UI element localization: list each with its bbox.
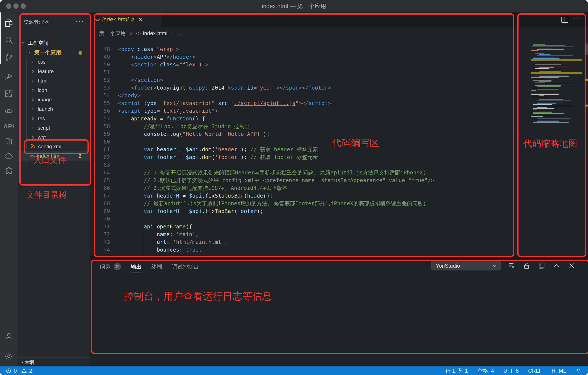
- line-number: 49: [90, 53, 110, 61]
- code-line-49[interactable]: 49 <header>APP</header>: [90, 53, 521, 61]
- panel-tab-输出[interactable]: 输出: [131, 263, 142, 270]
- indent-guide: [144, 231, 144, 238]
- outline-section[interactable]: › 大纲: [18, 357, 90, 366]
- tab-index-html[interactable]: <> index.html 2 ×: [90, 12, 162, 27]
- code-editor[interactable]: 48<body class="wrap">49 <header>APP</hea…: [90, 45, 521, 254]
- maximize-panel-icon[interactable]: [552, 262, 561, 270]
- code-line-66[interactable]: 66 // 3.沉浸式效果适配支持iOS7+, Android4.4+以上版本: [90, 184, 521, 192]
- search-icon[interactable]: [0, 33, 18, 47]
- code-line-52[interactable]: 52 </section>: [90, 76, 521, 84]
- tree-item-folder-feature[interactable]: ›feature: [18, 66, 90, 76]
- panel-tab-调试控制台[interactable]: 调试控制台: [172, 263, 199, 270]
- tree-item-folder-script[interactable]: ›script: [18, 123, 90, 132]
- api-icon[interactable]: API: [0, 120, 18, 133]
- breadcrumb-project[interactable]: 第一个应用: [99, 30, 126, 37]
- close-panel-icon[interactable]: [567, 262, 576, 270]
- code-line-55[interactable]: 55<script type="text/javascript" src="./…: [90, 100, 521, 107]
- code-line-59[interactable]: 59 console.log("Hello World! Hello APP!"…: [90, 130, 521, 138]
- code-line-65[interactable]: 65 // 2.默认已开启了沉浸式效果 config.xml中 <prefere…: [90, 177, 521, 184]
- panel-tab-问题[interactable]: 问题2: [100, 263, 121, 270]
- plugin-icon[interactable]: [0, 164, 18, 178]
- code-line-72[interactable]: 72 name: 'main',: [90, 231, 521, 238]
- indent-guide: [144, 246, 144, 254]
- code-line-67[interactable]: 67 var headerH = $api.fixStatusBar(heade…: [90, 192, 521, 200]
- device-icon[interactable]: [0, 134, 18, 148]
- indent-guide: [118, 169, 118, 177]
- tab-close-icon[interactable]: ×: [138, 16, 142, 23]
- notifications-bell-icon[interactable]: [576, 367, 582, 374]
- status-language-mode[interactable]: HTML: [552, 368, 566, 374]
- output-channel-select[interactable]: YonStudio: [431, 261, 501, 270]
- extensions-icon[interactable]: [0, 87, 18, 101]
- tree-item-project[interactable]: ›第一个应用: [18, 48, 90, 57]
- code-line-58[interactable]: 58 //输出Log, Log将显示在 Studio 控制台: [90, 122, 521, 130]
- chevron-right-icon: ›: [30, 57, 36, 66]
- preview-eye-icon[interactable]: [0, 104, 18, 118]
- line-number: 58: [90, 122, 110, 130]
- line-number: 55: [90, 100, 110, 107]
- code-line-51[interactable]: 51: [90, 69, 521, 76]
- code-line-71[interactable]: 71 api.openFrame({: [90, 223, 521, 231]
- account-icon[interactable]: [0, 329, 18, 343]
- line-number: 57: [90, 115, 110, 122]
- cloud-icon[interactable]: [0, 149, 18, 163]
- code-line-57[interactable]: 57 apiready = function() {: [90, 115, 521, 122]
- problems-status[interactable]: 0 2: [0, 368, 32, 374]
- status-encoding[interactable]: UTF-8: [504, 368, 519, 374]
- minimap[interactable]: [531, 44, 582, 136]
- line-number: 70: [90, 215, 110, 223]
- breadcrumb[interactable]: 第一个应用 › <> index.html › ...: [90, 27, 588, 40]
- indent-guide: [131, 169, 131, 177]
- indent-guide: [118, 200, 118, 207]
- lock-scroll-icon[interactable]: [522, 262, 531, 270]
- status-cursor-position[interactable]: 行 1, 列 1: [445, 367, 468, 374]
- tree-item-folder-res[interactable]: ›res: [18, 113, 90, 123]
- code-line-54[interactable]: 54</body>: [90, 92, 521, 100]
- source-control-icon[interactable]: [0, 51, 18, 64]
- tree-item-workspace[interactable]: ›工作空间: [18, 38, 90, 48]
- breadcrumb-file[interactable]: index.html: [143, 30, 168, 36]
- chevron-right-icon: ›: [30, 123, 36, 132]
- tree-item-folder-launch[interactable]: ›launch: [18, 104, 90, 113]
- explorer-actions-icon[interactable]: ···: [75, 18, 84, 25]
- indent-guide: [118, 130, 118, 138]
- panel-tab-终端[interactable]: 终端: [151, 263, 162, 270]
- code-line-61[interactable]: 61 var header = $api.dom('header'); // 获…: [90, 146, 521, 153]
- tree-item-folder-css[interactable]: ›css: [18, 57, 90, 66]
- code-line-62[interactable]: 62 var footer = $api.dom('footer'); // 获…: [90, 153, 521, 161]
- status-eol[interactable]: CRLF: [528, 368, 542, 374]
- scrollbar-thumb[interactable]: [585, 43, 588, 55]
- code-line-73[interactable]: 73 url: 'html/main.html',: [90, 238, 521, 246]
- tree-item-folder-image[interactable]: ›image: [18, 95, 90, 104]
- code-line-53[interactable]: 53 <footer>Copyright &copy; 2014-<span i…: [90, 84, 521, 92]
- split-editor-icon[interactable]: [560, 15, 569, 24]
- explorer-icon[interactable]: [0, 16, 18, 30]
- code-line-74[interactable]: 74 bounces: true,: [90, 246, 521, 254]
- code-line-50[interactable]: 50 <section class="flex-1">: [90, 61, 521, 69]
- status-indentation[interactable]: 空格: 4: [477, 367, 494, 374]
- tree-item-file-index.html[interactable]: <>index.html2: [18, 151, 90, 161]
- tree-item-folder-html[interactable]: ›html: [18, 76, 90, 85]
- clear-output-icon[interactable]: [507, 262, 516, 270]
- code-line-60[interactable]: 60: [90, 138, 521, 146]
- code-line-69[interactable]: 69 var footerH = $api.fixTabBar(footer);: [90, 207, 521, 215]
- code-line-70[interactable]: 70: [90, 215, 521, 223]
- code-line-68[interactable]: 68 // 最新apiutil.js为了适配iPhoneX增加的方法, 修复底部…: [90, 200, 521, 207]
- settings-gear-icon[interactable]: [0, 349, 18, 363]
- tree-item-file-config.xml[interactable]: config.xml: [18, 142, 90, 151]
- indent-guide: [131, 146, 131, 153]
- tree-item-folder-icon[interactable]: ›icon: [18, 85, 90, 95]
- tree-item-folder-wgt[interactable]: ›wgt: [18, 132, 90, 142]
- code-line-64[interactable]: 64 // 1.修复开启沉浸式效果带来的顶部Header与手机状态栏重合的问题,…: [90, 169, 521, 177]
- minimap-line: [533, 88, 559, 88]
- open-in-editor-icon[interactable]: [537, 262, 546, 270]
- minimap-line: [537, 106, 573, 106]
- code-line-48[interactable]: 48<body class="wrap">: [90, 45, 521, 53]
- editor-more-actions-icon[interactable]: ···: [573, 15, 582, 22]
- code-line-56[interactable]: 56<script type="text/javascript">: [90, 107, 521, 115]
- minimap-line: [535, 85, 561, 86]
- breadcrumb-more[interactable]: ...: [178, 30, 182, 36]
- run-debug-icon[interactable]: [0, 69, 18, 83]
- code-line-63[interactable]: 63: [90, 161, 521, 169]
- indent-guide: [118, 223, 118, 231]
